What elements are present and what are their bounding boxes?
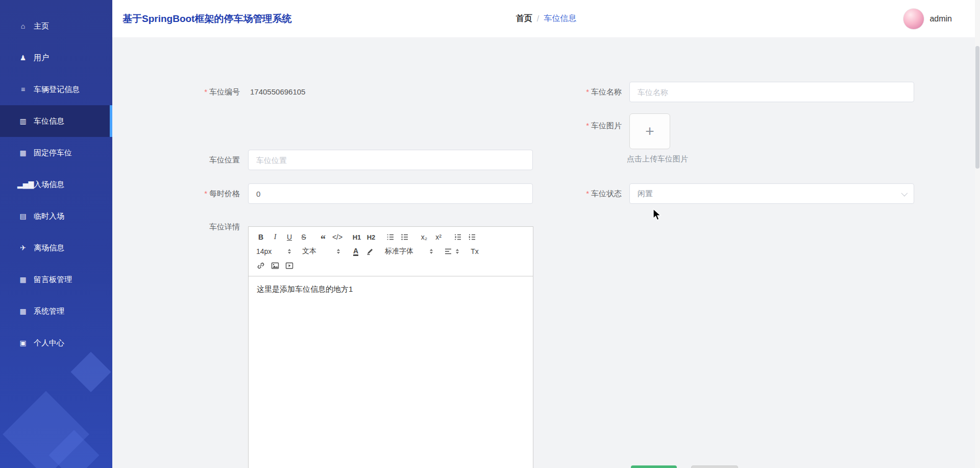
sidebar-item-exit-info[interactable]: ✈ 离场信息 [0, 232, 112, 264]
indent-icon[interactable] [465, 231, 479, 243]
sidebar-item-label: 车辆登记信息 [34, 85, 80, 95]
sidebar-item-temporary-entry[interactable]: ▤ 临时入场 [0, 200, 112, 232]
scrollbar[interactable] [975, 0, 980, 468]
breadcrumb-home[interactable]: 首页 [516, 13, 532, 24]
editor-content[interactable]: 这里是添加车位信息的地方1 [249, 276, 533, 302]
align-picker[interactable] [442, 245, 461, 258]
status-selected-value: 闲置 [638, 189, 901, 199]
header-2-icon[interactable]: H2 [364, 231, 378, 243]
strikethrough-icon[interactable]: S [297, 231, 311, 243]
background-color-icon[interactable] [363, 245, 377, 258]
picker-arrows-icon [456, 249, 459, 254]
hourly-price-input[interactable] [248, 183, 533, 204]
font-size-picker[interactable]: 14px [254, 245, 293, 258]
required-asterisk: * [204, 87, 207, 96]
sidebar-item-label: 离场信息 [34, 243, 64, 253]
upload-image-button[interactable]: + [629, 113, 670, 149]
header: 基于SpringBoot框架的停车场管理系统 首页 / 车位信息 admin [112, 0, 980, 37]
code-block-icon[interactable]: </> [330, 231, 345, 243]
sidebar-item-system-management[interactable]: ▦ 系统管理 [0, 295, 112, 327]
ordered-list-icon[interactable] [383, 231, 398, 243]
superscript-icon[interactable]: x² [431, 231, 446, 243]
required-asterisk: * [204, 189, 207, 198]
scrollbar-thumb[interactable] [975, 46, 979, 169]
parking-name-input[interactable] [629, 82, 914, 102]
align-left-icon [444, 247, 452, 255]
sidebar-item-fixed-parking[interactable]: ▦ 固定停车位 [0, 137, 112, 169]
back-button[interactable] [691, 465, 738, 468]
field-label-detail: 车位详情 [138, 217, 240, 237]
username: admin [929, 14, 952, 24]
required-asterisk: * [586, 121, 589, 130]
status-select[interactable]: 闲置 [629, 183, 914, 204]
breadcrumb-current: 车位信息 [544, 13, 576, 24]
sidebar-item-label: 留言板管理 [34, 275, 72, 285]
sidebar-item-label: 车位信息 [34, 116, 64, 126]
user-icon: ♟ [17, 54, 29, 62]
editor-toolbar: B I U S “ </> H1 H2 [249, 227, 533, 276]
book-icon: ▥ [17, 117, 29, 125]
plus-icon: + [645, 124, 654, 139]
grid-icon: ▦ [17, 275, 29, 284]
breadcrumb-separator: / [537, 14, 539, 24]
grid-icon: ▦ [17, 307, 29, 315]
submit-button[interactable] [631, 465, 677, 468]
field-label-name: *车位名称 [520, 82, 622, 102]
subscript-icon[interactable]: x₂ [417, 231, 431, 243]
sidebar-item-home[interactable]: ⌂ 主页 [0, 10, 112, 42]
underline-icon[interactable]: U [282, 231, 297, 243]
sidebar-item-entry-info[interactable]: ▂▅▇ 入场信息 [0, 169, 112, 200]
sidebar-item-label: 入场信息 [34, 180, 64, 190]
field-label-image: *车位图片 [520, 115, 622, 136]
sidebar-nav: ⌂ 主页 ♟ 用户 ≡ 车辆登记信息 ▥ 车位信息 ▦ 固定停车位 ▂▅▇ 入场… [0, 0, 112, 359]
main-content: *车位编号 1740550696105 *车位名称 *车位图片 + 点击上传车位… [112, 37, 980, 468]
required-asterisk: * [586, 189, 589, 198]
required-asterisk: * [586, 87, 589, 96]
panel-icon: ▣ [17, 339, 29, 347]
grid-icon: ▦ [17, 149, 29, 157]
bar-chart-icon: ▂▅▇ [17, 180, 29, 189]
clean-format-icon[interactable]: Tx [468, 245, 482, 258]
bullet-list-icon[interactable] [398, 231, 412, 243]
picker-arrows-icon [430, 249, 433, 254]
sidebar-item-label: 主页 [34, 21, 49, 31]
home-icon: ⌂ [17, 22, 29, 30]
bold-icon[interactable]: B [254, 231, 268, 243]
sidebar-item-users[interactable]: ♟ 用户 [0, 42, 112, 74]
sidebar-item-message-board[interactable]: ▦ 留言板管理 [0, 264, 112, 295]
field-label-location: 车位位置 [138, 150, 240, 170]
list-icon: ≡ [17, 85, 29, 93]
outdent-icon[interactable] [451, 231, 465, 243]
blockquote-icon[interactable]: “ [316, 231, 330, 243]
field-label-price: *每时价格 [138, 183, 240, 204]
font-family-picker[interactable]: 标准字体 [382, 245, 435, 258]
sidebar-item-personal-center[interactable]: ▣ 个人中心 [0, 327, 112, 359]
picker-arrows-icon [288, 249, 291, 254]
image-icon[interactable] [268, 260, 282, 272]
picker-arrows-icon [337, 249, 340, 254]
breadcrumb: 首页 / 车位信息 [112, 0, 980, 37]
sidebar-item-vehicle-registration[interactable]: ≡ 车辆登记信息 [0, 74, 112, 105]
avatar [903, 8, 924, 30]
parking-number-value: 1740550696105 [250, 82, 305, 102]
header-1-icon[interactable]: H1 [350, 231, 364, 243]
text-style-picker[interactable]: 文本 [300, 245, 342, 258]
rich-text-editor: B I U S “ </> H1 H2 [248, 226, 533, 468]
sidebar-item-label: 临时入场 [34, 212, 64, 221]
upload-hint: 点击上传车位图片 [627, 154, 688, 164]
field-label-status: *车位状态 [520, 183, 622, 204]
field-label-number: *车位编号 [138, 82, 240, 102]
app-root: ⌂ 主页 ♟ 用户 ≡ 车辆登记信息 ▥ 车位信息 ▦ 固定停车位 ▂▅▇ 入场… [0, 0, 980, 468]
chevron-down-icon [901, 190, 908, 196]
sidebar: ⌂ 主页 ♟ 用户 ≡ 车辆登记信息 ▥ 车位信息 ▦ 固定停车位 ▂▅▇ 入场… [0, 0, 112, 468]
sidebar-item-label: 个人中心 [34, 338, 64, 348]
font-color-icon[interactable]: A [349, 245, 363, 258]
parking-location-input[interactable] [248, 150, 533, 170]
italic-icon[interactable]: I [268, 231, 282, 243]
sidebar-item-parking-space-info[interactable]: ▥ 车位信息 [0, 105, 112, 137]
link-icon[interactable] [254, 260, 268, 272]
user-menu[interactable]: admin [903, 0, 952, 37]
video-icon[interactable] [282, 260, 297, 272]
send-icon: ✈ [17, 244, 29, 252]
sidebar-item-label: 系统管理 [34, 307, 64, 316]
